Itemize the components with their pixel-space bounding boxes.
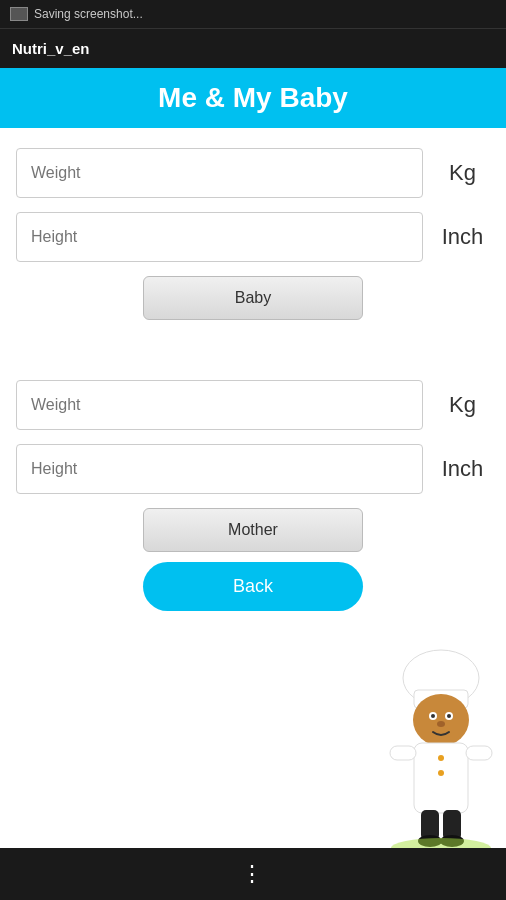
mother-weight-row: Kg <box>16 380 490 430</box>
bottom-menu-dots[interactable]: ⋮ <box>241 861 265 887</box>
section-gap <box>16 320 490 380</box>
bottom-bar: ⋮ <box>0 848 506 900</box>
mother-button[interactable]: Mother <box>143 508 363 552</box>
svg-point-5 <box>445 712 453 720</box>
app-bar: Nutri_v_en <box>0 28 506 68</box>
svg-point-3 <box>429 712 437 720</box>
svg-rect-12 <box>466 746 492 760</box>
status-bar: Saving screenshot... <box>0 0 506 28</box>
back-button[interactable]: Back <box>143 562 363 611</box>
main-content: Kg Inch Baby Kg Inch Mother Back <box>0 128 506 631</box>
baby-height-input[interactable] <box>16 212 423 262</box>
chef-svg <box>376 648 506 848</box>
mother-height-row: Inch <box>16 444 490 494</box>
mother-height-unit: Inch <box>435 456 490 482</box>
baby-weight-input[interactable] <box>16 148 423 198</box>
svg-rect-8 <box>414 743 468 813</box>
svg-point-9 <box>438 755 444 761</box>
mother-height-input[interactable] <box>16 444 423 494</box>
svg-rect-1 <box>414 690 468 708</box>
baby-button[interactable]: Baby <box>143 276 363 320</box>
app-title: Nutri_v_en <box>12 40 90 57</box>
chef-character <box>376 648 506 848</box>
svg-rect-13 <box>421 810 439 840</box>
mother-weight-unit: Kg <box>435 392 490 418</box>
mother-weight-input[interactable] <box>16 380 423 430</box>
header-title: Me & My Baby <box>158 82 348 114</box>
svg-point-2 <box>413 694 469 746</box>
svg-point-0 <box>403 650 479 706</box>
baby-height-row: Inch <box>16 212 490 262</box>
status-icon <box>10 7 28 21</box>
svg-rect-11 <box>390 746 416 760</box>
baby-weight-row: Kg <box>16 148 490 198</box>
svg-point-10 <box>438 770 444 776</box>
svg-point-15 <box>418 835 442 847</box>
header: Me & My Baby <box>0 68 506 128</box>
status-text: Saving screenshot... <box>34 7 143 21</box>
svg-rect-14 <box>443 810 461 840</box>
svg-point-7 <box>437 721 445 727</box>
svg-point-16 <box>440 835 464 847</box>
svg-point-4 <box>431 714 435 718</box>
svg-point-17 <box>391 838 491 848</box>
svg-point-6 <box>447 714 451 718</box>
baby-height-unit: Inch <box>435 224 490 250</box>
baby-weight-unit: Kg <box>435 160 490 186</box>
